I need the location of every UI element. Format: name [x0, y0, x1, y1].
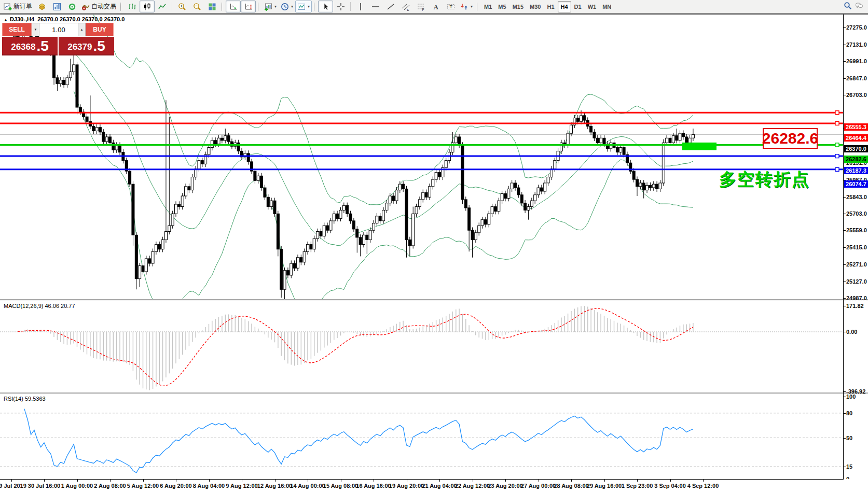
new-order-button[interactable]: 新订单	[2, 1, 34, 12]
sounds-button[interactable]	[64, 1, 79, 12]
tile-windows-button[interactable]	[204, 1, 219, 12]
vline-button[interactable]	[353, 1, 368, 12]
time-tick	[539, 480, 539, 482]
hline-handle-icon[interactable]	[835, 167, 839, 171]
fibo-icon: F	[417, 3, 425, 11]
time-tick	[571, 480, 572, 482]
toolbar-grip	[120, 3, 122, 11]
cursor-button[interactable]	[318, 1, 333, 12]
sell-button[interactable]: SELL	[2, 23, 32, 36]
new-chart-button[interactable]: ▾	[262, 1, 279, 12]
buy-button[interactable]: BUY	[86, 23, 114, 36]
svg-text:A: A	[433, 3, 438, 10]
crosshair-button[interactable]	[333, 1, 348, 12]
autotrading-button[interactable]: 自动交易	[79, 1, 118, 12]
candles-icon	[143, 3, 151, 11]
label-tool-button[interactable]: T	[443, 1, 458, 12]
auto-scroll-button[interactable]	[226, 1, 241, 12]
buy-price-box[interactable]: 26379 .5	[59, 37, 114, 55]
label-tool-icon: T	[447, 3, 455, 11]
bollinger-upper-band	[74, 15, 693, 205]
hline-handle-icon[interactable]	[835, 143, 839, 147]
toolbar-separator	[350, 2, 351, 11]
macd-tick: 0.00	[846, 329, 857, 335]
timeframe-m15-button[interactable]: M15	[509, 1, 527, 12]
chart-shift-icon	[244, 3, 253, 11]
shapes-button[interactable]: ▾	[458, 1, 475, 12]
chevron-down-icon: ▾	[291, 4, 293, 9]
indicators-button[interactable]: ▾	[295, 1, 312, 12]
chat-icon[interactable]	[855, 2, 863, 12]
macd-pane-canvas[interactable]	[0, 301, 844, 392]
hline-handle-icon[interactable]	[835, 154, 839, 158]
time-tick	[44, 480, 45, 482]
channel-button[interactable]: E	[398, 1, 413, 12]
one-click-collapse-icon[interactable]: ▲	[4, 18, 8, 22]
fibo-button[interactable]: F	[413, 1, 428, 12]
trendline-button[interactable]	[383, 1, 398, 12]
volume-increase-button[interactable]: ▲	[78, 23, 86, 36]
timeframe-h4-button[interactable]: H4	[558, 1, 571, 12]
green-highlight-rect[interactable]	[682, 143, 717, 150]
price-tick: 25843.0	[846, 194, 867, 200]
candles-button[interactable]	[140, 1, 155, 12]
volume-decrease-button[interactable]: ▼	[32, 23, 39, 36]
text-tool-icon: A	[432, 3, 440, 11]
time-tick	[77, 480, 78, 482]
vline-icon	[356, 3, 365, 11]
zoom-out-button[interactable]	[189, 1, 204, 12]
hline-handle-icon[interactable]	[835, 111, 839, 115]
turning-point-annotation[interactable]: 多空转折点	[719, 168, 810, 191]
price-badge-26464.4: 26464.4	[844, 134, 868, 142]
text-tool-button[interactable]: A	[428, 1, 443, 12]
timeframe-mn-button[interactable]: MN	[599, 1, 614, 12]
layouts-button[interactable]	[34, 1, 49, 12]
zoom-in-icon	[178, 3, 186, 11]
toolbar-grip	[314, 3, 316, 11]
rsi-pane-canvas[interactable]	[0, 394, 844, 479]
hline-handle-icon[interactable]	[835, 121, 839, 125]
time-tick	[11, 480, 12, 482]
rsi-tick: 100	[846, 393, 856, 400]
timeframe-w1-button[interactable]: W1	[585, 1, 600, 12]
line-chart-button[interactable]	[155, 1, 170, 12]
chart-shift-button[interactable]	[241, 1, 256, 12]
new-chart-icon	[264, 3, 272, 11]
price-tick: 26991.0	[846, 58, 867, 64]
main-chart-canvas[interactable]	[0, 15, 844, 299]
price-tick: 27275.0	[846, 24, 867, 31]
zoom-in-button[interactable]	[174, 1, 189, 12]
timeframe-m5-button[interactable]: M5	[495, 1, 509, 12]
time-tick	[703, 480, 704, 482]
svg-text:E: E	[407, 8, 409, 11]
crosshair-icon	[337, 3, 345, 11]
timeframe-d1-button[interactable]: D1	[571, 1, 585, 12]
period-button[interactable]: ▾	[279, 1, 295, 12]
time-tick	[143, 480, 144, 482]
price-axis[interactable]: 27275.027131.026991.026847.026703.026419…	[843, 15, 868, 479]
sell-price-box[interactable]: 26368 .5	[2, 37, 58, 55]
price-annotation-box[interactable]: 26282.6	[763, 128, 818, 149]
price-tick: 26703.0	[846, 92, 867, 98]
time-axis[interactable]: 29 Jul 201930 Jul 16:001 Aug 00:002 Aug …	[0, 479, 868, 492]
hline-button[interactable]	[368, 1, 383, 12]
timeframe-h1-button[interactable]: H1	[544, 1, 557, 12]
volume-input[interactable]	[39, 23, 78, 36]
time-axis-rule	[0, 479, 844, 480]
trendline-icon	[387, 3, 395, 11]
timeframe-m30-button[interactable]: M30	[527, 1, 544, 12]
search-icon[interactable]	[844, 2, 852, 12]
bars-button[interactable]	[125, 1, 140, 12]
period-icon	[281, 3, 289, 11]
autotrading-label: 自动交易	[91, 2, 116, 11]
indicators-icon	[297, 3, 306, 11]
candles	[10, 27, 694, 299]
timeframe-m1-button[interactable]: M1	[481, 1, 495, 12]
price-tick: 25271.0	[846, 261, 867, 268]
market-watch-button[interactable]	[49, 1, 64, 12]
market-watch-icon	[53, 3, 61, 11]
time-tick	[637, 480, 638, 482]
new-order-label: 新订单	[13, 2, 32, 11]
price-badge-26074.7: 26074.7	[844, 180, 868, 188]
time-tick	[308, 480, 308, 482]
